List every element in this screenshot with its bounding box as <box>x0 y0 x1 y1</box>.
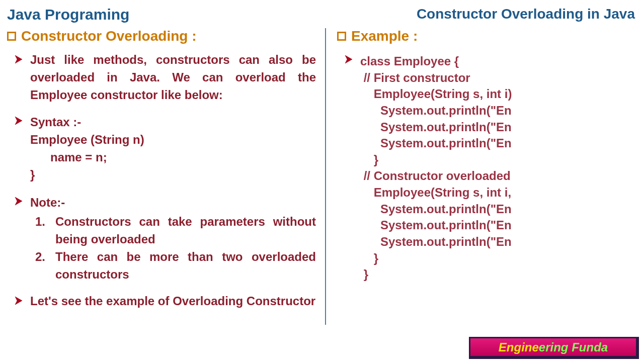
syntax-label: Syntax :- <box>30 114 144 131</box>
title-right: Constructor Overloading in Java <box>417 6 635 23</box>
header: Java Programing Constructor Overloading … <box>0 0 644 25</box>
closing-item: Let's see the example of Overloading Con… <box>14 293 316 310</box>
right-heading-text: Example : <box>351 28 418 44</box>
left-heading-text: Constructor Overloading : <box>21 28 196 44</box>
syntax-line-2: name = n; <box>30 149 144 166</box>
logo-banner: Engineering Funda <box>469 337 639 359</box>
arrow-icon <box>14 116 24 126</box>
syntax-line-3: } <box>30 166 144 184</box>
right-heading: Example : <box>337 28 637 44</box>
code-item: class Employee { // First constructor Em… <box>344 51 637 283</box>
left-column: Constructor Overloading : Just like meth… <box>7 28 325 325</box>
arrow-icon <box>14 196 24 206</box>
right-column: Example : class Employee { // First cons… <box>325 28 637 325</box>
note-block: Note:- Constructors can take parameters … <box>30 194 316 284</box>
content-columns: Constructor Overloading : Just like meth… <box>0 25 644 325</box>
note-1: Constructors can take parameters without… <box>30 213 316 248</box>
arrow-icon <box>14 54 24 64</box>
note-list: Constructors can take parameters without… <box>30 213 316 283</box>
syntax-line-1: Employee (String n) <box>30 131 144 149</box>
code-block: class Employee { // First constructor Em… <box>360 53 512 283</box>
arrow-icon <box>344 54 354 64</box>
note-item: Note:- Constructors can take parameters … <box>14 193 316 284</box>
syntax-item: Syntax :- Employee (String n) name = n; … <box>14 113 316 184</box>
logo-part-1: Engine <box>499 340 539 354</box>
left-heading: Constructor Overloading : <box>7 28 316 44</box>
note-2: There can be more than two overloaded co… <box>30 248 316 284</box>
title-left: Java Programing <box>7 6 129 23</box>
square-bullet-icon <box>7 32 16 41</box>
note-label: Note:- <box>30 194 316 212</box>
logo-part-2: ering Funda <box>539 340 608 354</box>
arrow-icon <box>14 296 24 306</box>
syntax-block: Syntax :- Employee (String n) name = n; … <box>30 114 144 184</box>
square-bullet-icon <box>337 32 346 41</box>
intro-text: Just like methods, constructors can also… <box>30 51 316 104</box>
intro-item: Just like methods, constructors can also… <box>14 51 316 104</box>
closing-text: Let's see the example of Overloading Con… <box>30 293 316 310</box>
